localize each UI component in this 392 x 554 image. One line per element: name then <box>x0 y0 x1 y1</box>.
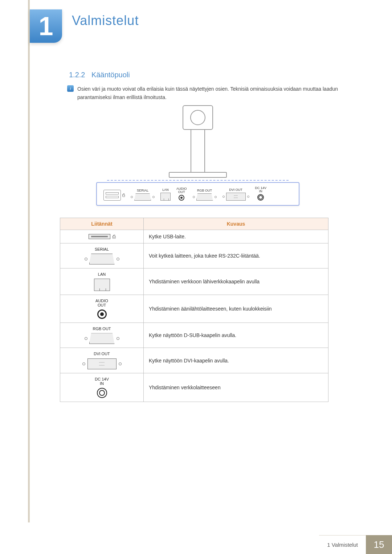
usb-symbol-icon: ⎙ <box>122 193 125 198</box>
section-number: 1.2.2 <box>69 71 85 79</box>
cell-audio-icon: AUDIO OUT <box>60 295 144 323</box>
cell-label: RGB OUT <box>93 327 111 331</box>
cell-label: DVI OUT <box>94 352 110 356</box>
audio-label: AUDIO OUT <box>176 187 187 194</box>
cell-desc: Yhdistäminen verkkoon lähiverkkokaapelin… <box>144 268 328 295</box>
cell-label: SERIAL <box>95 247 109 251</box>
rgb-port-group: RGB OUT <box>193 189 217 201</box>
cell-desc: Voit kytkeä laitteen, joka tukee RS-232C… <box>144 243 328 268</box>
vga-icon <box>89 333 115 344</box>
serial-port-group: SERIAL <box>131 189 155 201</box>
note-text: Osien väri ja muoto voivat olla erilaisi… <box>77 85 357 102</box>
usb-port-group: ⎙ <box>103 190 125 201</box>
cell-dvi-icon: DVI OUT ▫▫▫▫▫▫▫▫▫▫▫▫ <box>60 348 144 373</box>
cell-label: AUDIO OUT <box>95 299 108 307</box>
vga-port-icon <box>193 193 217 201</box>
cell-usb-icon: ⎙ <box>60 230 144 243</box>
info-icon: i <box>67 85 74 92</box>
cell-desc: Kytke näyttöön D-SUB-kaapelin avulla. <box>144 323 328 348</box>
table-row: LAN Yhdistäminen verkkoon lähiverkkokaap… <box>60 268 328 295</box>
cell-desc: Kytke USB-laite. <box>144 230 328 243</box>
rgb-label: RGB OUT <box>197 189 212 192</box>
cell-desc: Yhdistäminen verkkolaitteeseen <box>144 373 328 402</box>
dc-port-group: DC 14V IN <box>255 186 267 201</box>
ports-table: Liitännät Kuvaus ⎙ Kytke USB-laite. SERI… <box>60 218 328 402</box>
table-row: DC 14V IN Yhdistäminen verkkolaitteeseen <box>60 373 328 402</box>
cell-serial-icon: SERIAL <box>60 243 144 268</box>
footer-chapter-label: 1 Valmistelut <box>319 535 366 554</box>
audio-jack-icon <box>97 309 107 319</box>
serial-port-icon <box>131 193 155 201</box>
footer-page-number: 15 <box>366 535 392 554</box>
dvi-port-icon: ▫▫▫▫▫▫▫▫▫▫ <box>222 193 249 201</box>
section-heading: 1.2.2 Kääntöpuoli <box>69 71 130 79</box>
rear-diagram: ⎙ SERIAL LAN AUDIO OUT RGB OUT DVI OUT <box>96 105 299 206</box>
stand-pole-icon <box>191 129 205 173</box>
stand-head-icon <box>183 105 213 130</box>
cell-label: LAN <box>98 272 106 276</box>
serial-icon <box>89 254 115 264</box>
side-stripe <box>28 0 30 522</box>
serial-label: SERIAL <box>137 189 148 192</box>
usb-slots-icon <box>103 190 121 201</box>
usb-symbol-icon: ⎙ <box>113 234 115 239</box>
table-row: RGB OUT Kytke näyttöön D-SUB-kaapelin av… <box>60 323 328 348</box>
chapter-title: Valmistelut <box>72 13 139 28</box>
stand-base-icon <box>169 172 227 178</box>
dvi-label: DVI OUT <box>229 188 242 192</box>
lan-label: LAN <box>162 188 169 192</box>
lan-port-icon <box>160 193 171 201</box>
dvi-port-group: DVI OUT ▫▫▫▫▫▫▫▫▫▫ <box>222 188 249 201</box>
back-panel: ⎙ SERIAL LAN AUDIO OUT RGB OUT DVI OUT <box>96 182 299 206</box>
table-row: AUDIO OUT Yhdistäminen äänilähtölaittees… <box>60 295 328 323</box>
dc-jack-icon <box>97 388 107 398</box>
dashed-connector <box>107 180 289 181</box>
table-row: DVI OUT ▫▫▫▫▫▫▫▫▫▫▫▫ Kytke näyttöön DVI-… <box>60 348 328 373</box>
audio-port-group: AUDIO OUT <box>176 187 187 201</box>
lan-icon <box>94 279 110 291</box>
th-desc: Kuvaus <box>144 218 328 230</box>
page-footer: 1 Valmistelut 15 <box>0 535 392 554</box>
audio-jack-icon <box>179 195 184 201</box>
cell-rgb-icon: RGB OUT <box>60 323 144 348</box>
cell-label: DC 14V IN <box>95 377 109 386</box>
chapter-number: 1 <box>38 11 53 41</box>
lan-port-group: LAN <box>160 188 171 201</box>
table-row: ⎙ Kytke USB-laite. <box>60 230 328 243</box>
dc-label: DC 14V IN <box>255 186 267 193</box>
table-row: SERIAL Voit kytkeä laitteen, joka tukee … <box>60 243 328 268</box>
cell-desc: Yhdistäminen äänilähtölaitteeseen, kuten… <box>144 295 328 323</box>
section-title: Kääntöpuoli <box>91 71 130 79</box>
cell-lan-icon: LAN <box>60 268 144 295</box>
th-port: Liitännät <box>60 218 144 230</box>
cell-desc: Kytke näyttöön DVI-kaapelin avulla. <box>144 348 328 373</box>
cell-dc-icon: DC 14V IN <box>60 373 144 402</box>
chapter-number-tab: 1 <box>30 9 62 43</box>
dc-jack-icon <box>257 194 264 201</box>
dvi-icon: ▫▫▫▫▫▫▫▫▫▫▫▫ <box>87 358 117 369</box>
usb-rect-icon <box>89 234 110 239</box>
